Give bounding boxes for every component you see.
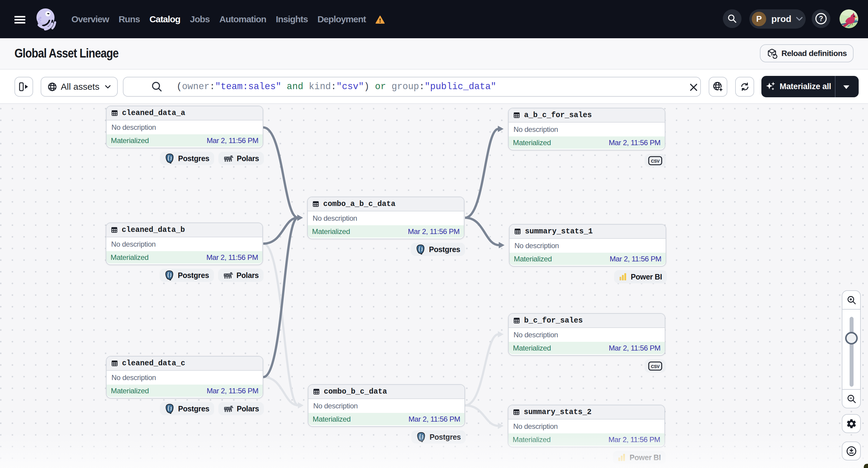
svg-text:CSV: CSV — [651, 364, 659, 369]
svg-text:CSV: CSV — [651, 159, 659, 163]
svg-text:?: ? — [819, 15, 823, 23]
